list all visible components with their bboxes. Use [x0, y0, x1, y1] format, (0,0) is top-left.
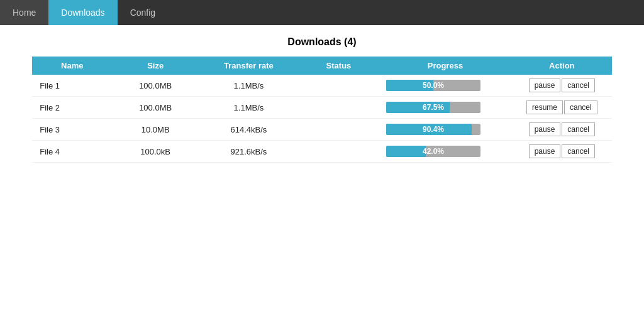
status	[299, 75, 379, 97]
table-row: File 310.0MB614.4kB/s90.4%pausecancel	[32, 119, 612, 141]
action-cell: resumecancel	[512, 97, 612, 119]
table-row: File 1100.0MB1.1MB/s50.0%pausecancel	[32, 75, 612, 97]
downloads-table: NameSizeTransfer rateStatusProgressActio…	[32, 57, 612, 163]
pause-button[interactable]: pause	[529, 122, 561, 136]
progress-bar-outer: 42.0%	[386, 146, 480, 157]
col-header-name: Name	[32, 57, 112, 75]
pause-button[interactable]: pause	[529, 144, 561, 158]
table-header-row: NameSizeTransfer rateStatusProgressActio…	[32, 57, 612, 75]
progress-label: 42.0%	[386, 146, 480, 157]
cancel-button[interactable]: cancel	[562, 144, 595, 158]
file-name: File 4	[32, 141, 112, 163]
file-name: File 3	[32, 119, 112, 141]
progress-label: 90.4%	[386, 124, 480, 135]
transfer-rate: 1.1MB/s	[199, 97, 299, 119]
action-cell: pausecancel	[512, 75, 612, 97]
progress-cell: 50.0%	[379, 75, 512, 97]
table-row: File 4100.0kB921.6kB/s42.0%pausecancel	[32, 141, 612, 163]
navbar: HomeDownloadsConfig	[0, 0, 644, 25]
pause-button[interactable]: pause	[529, 78, 561, 92]
col-header-progress: Progress	[379, 57, 512, 75]
file-size: 10.0MB	[112, 119, 199, 141]
nav-item-config[interactable]: Config	[118, 0, 168, 25]
progress-bar-outer: 50.0%	[386, 80, 480, 91]
file-size: 100.0MB	[112, 97, 199, 119]
resume-button[interactable]: resume	[526, 100, 563, 114]
progress-bar-outer: 67.5%	[386, 102, 480, 113]
col-header-transfer-rate: Transfer rate	[199, 57, 299, 75]
progress-cell: 42.0%	[379, 141, 512, 163]
table-row: File 2100.0MB1.1MB/s67.5%resumecancel	[32, 97, 612, 119]
col-header-size: Size	[112, 57, 199, 75]
nav-item-downloads[interactable]: Downloads	[48, 0, 117, 25]
action-cell: pausecancel	[512, 141, 612, 163]
file-size: 100.0kB	[112, 141, 199, 163]
file-name: File 2	[32, 97, 112, 119]
transfer-rate: 921.6kB/s	[199, 141, 299, 163]
cancel-button[interactable]: cancel	[562, 122, 595, 136]
transfer-rate: 1.1MB/s	[199, 75, 299, 97]
cancel-button[interactable]: cancel	[562, 78, 595, 92]
progress-bar-outer: 90.4%	[386, 124, 480, 135]
status	[299, 119, 379, 141]
nav-item-home[interactable]: Home	[0, 0, 48, 25]
col-header-status: Status	[299, 57, 379, 75]
progress-label: 67.5%	[386, 102, 480, 113]
col-header-action: Action	[512, 57, 612, 75]
progress-cell: 67.5%	[379, 97, 512, 119]
transfer-rate: 614.4kB/s	[199, 119, 299, 141]
file-name: File 1	[32, 75, 112, 97]
action-cell: pausecancel	[512, 119, 612, 141]
progress-cell: 90.4%	[379, 119, 512, 141]
cancel-button[interactable]: cancel	[564, 100, 597, 114]
status	[299, 141, 379, 163]
table-body: File 1100.0MB1.1MB/s50.0%pausecancelFile…	[32, 75, 612, 163]
file-size: 100.0MB	[112, 75, 199, 97]
progress-label: 50.0%	[386, 80, 480, 91]
status	[299, 97, 379, 119]
page-title: Downloads (4)	[0, 25, 644, 57]
